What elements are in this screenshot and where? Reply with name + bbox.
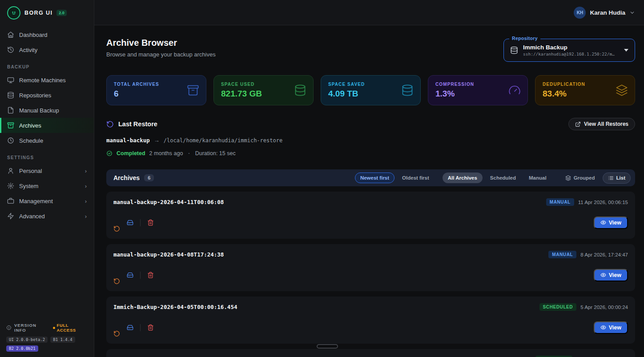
stat-card-space-saved: SPACE SAVED 4.09 TB bbox=[321, 75, 421, 105]
filter-scheduled-button[interactable]: Scheduled bbox=[485, 172, 521, 183]
scroll-handle[interactable] bbox=[317, 344, 338, 349]
gear-icon bbox=[7, 182, 14, 189]
sidebar-item-label: Archives bbox=[19, 122, 41, 129]
sidebar-item-remote-machines[interactable]: Remote Machines bbox=[0, 72, 94, 88]
stat-value: 83.4% bbox=[543, 89, 628, 99]
restore-archive-button[interactable] bbox=[113, 225, 120, 232]
eye-icon bbox=[600, 325, 606, 330]
sidebar-item-label: Manual Backup bbox=[19, 107, 59, 114]
actions-divider bbox=[140, 272, 141, 279]
last-restore-title: Last Restore bbox=[118, 120, 157, 128]
sidebar-item-repositories[interactable]: Repositories bbox=[0, 88, 94, 103]
restore-target-path: /local/home/karanhudia/immich-restore bbox=[164, 137, 282, 144]
chevron-right-icon: › bbox=[85, 198, 87, 204]
clock-icon bbox=[7, 137, 14, 144]
chevron-down-icon bbox=[629, 10, 635, 16]
filter-all-archives-button[interactable]: All Archives bbox=[443, 172, 483, 183]
stat-label: SPACE SAVED bbox=[328, 82, 413, 87]
view-list-button[interactable]: List bbox=[603, 172, 631, 184]
borg-logo-icon bbox=[7, 6, 20, 20]
sidebar-item-management[interactable]: Management › bbox=[0, 193, 94, 209]
stat-value: 6 bbox=[114, 89, 199, 99]
archive-name: manual-backup-2026-04-08T17:24:38 bbox=[113, 251, 224, 258]
nav-section-settings: SETTINGS bbox=[0, 148, 94, 163]
sort-newest-first-button[interactable]: Newest first bbox=[355, 172, 394, 183]
archive-row: Immich-Backup-2026-04-05T00:00:16.454 SC… bbox=[106, 297, 635, 344]
sidebar-item-manual-backup[interactable]: Manual Backup bbox=[0, 103, 94, 118]
zap-icon bbox=[7, 213, 14, 220]
archive-list: manual-backup-2026-04-11T00:06:08 MANUAL… bbox=[106, 192, 635, 357]
archive-icon bbox=[7, 122, 14, 129]
mount-archive-button[interactable] bbox=[127, 272, 133, 278]
delete-archive-button[interactable] bbox=[147, 324, 154, 331]
caret-down-icon bbox=[624, 49, 628, 52]
gauge-icon bbox=[508, 84, 521, 96]
topbar: KH Karan Hudia bbox=[94, 0, 644, 25]
database-icon bbox=[294, 84, 306, 96]
sidebar-item-schedule[interactable]: Schedule bbox=[0, 133, 94, 148]
repository-name: Immich Backup bbox=[523, 44, 616, 51]
archive-name: manual-backup-2026-04-11T00:06:08 bbox=[113, 199, 224, 205]
delete-archive-button[interactable] bbox=[147, 219, 154, 226]
restore-archive-button[interactable] bbox=[113, 330, 120, 337]
manual-badge: MANUAL bbox=[546, 198, 574, 206]
archive-row: manual-backup-2026-04-08T17:24:38 MANUAL… bbox=[106, 244, 635, 291]
view-all-restores-button[interactable]: View All Restores bbox=[568, 118, 635, 130]
home-icon bbox=[7, 31, 14, 38]
main-area: KH Karan Hudia Archive Browser Browse an… bbox=[94, 0, 644, 357]
sidebar-item-activity[interactable]: Activity bbox=[0, 42, 94, 57]
chevron-right-icon: › bbox=[85, 213, 87, 219]
stat-card-deduplication: DEDUPLICATION 83.4% bbox=[535, 75, 635, 105]
chevron-right-icon: › bbox=[85, 168, 87, 174]
arrow-right-icon: → bbox=[154, 137, 160, 144]
stat-value: 821.73 GB bbox=[221, 89, 306, 99]
access-badge: FULL ACCESS bbox=[53, 323, 88, 333]
archives-panel: Archives 6 Newest first Oldest first All… bbox=[106, 169, 635, 357]
layers-icon bbox=[565, 175, 571, 181]
sidebar-item-label: Schedule bbox=[19, 137, 43, 144]
restore-duration: Duration: 15 sec bbox=[195, 150, 236, 156]
mount-archive-button[interactable] bbox=[127, 324, 133, 331]
sidebar-item-advanced[interactable]: Advanced › bbox=[0, 209, 94, 224]
stats-row: TOTAL ARCHIVES 6 SPACE USED 821.73 GB SP… bbox=[106, 75, 635, 105]
history-icon bbox=[7, 46, 14, 53]
database-icon bbox=[7, 92, 14, 99]
sidebar-item-personal[interactable]: Personal › bbox=[0, 163, 94, 178]
external-link-icon bbox=[575, 121, 581, 127]
manual-badge: MANUAL bbox=[548, 251, 576, 258]
user-menu[interactable]: KH Karan Hudia bbox=[574, 7, 635, 19]
restore-time-ago: 2 months ago bbox=[149, 150, 183, 156]
stat-card-total-archives: TOTAL ARCHIVES 6 bbox=[106, 75, 206, 105]
archive-date: 11 Apr 2026, 00:06:15 bbox=[578, 200, 628, 205]
view-archive-button[interactable]: View bbox=[594, 217, 628, 229]
stat-value: 4.09 TB bbox=[328, 89, 413, 99]
ui-version-badge: UI 2.0.0-beta.2 bbox=[6, 337, 48, 343]
b2-version-badge: B2 2.0.0b21 bbox=[6, 345, 38, 352]
view-archive-button[interactable]: View bbox=[594, 321, 628, 334]
layers-icon bbox=[616, 84, 628, 96]
sidebar-item-archives[interactable]: Archives bbox=[0, 118, 94, 133]
database-icon bbox=[510, 46, 518, 54]
delete-archive-button[interactable] bbox=[147, 272, 154, 278]
actions-divider bbox=[140, 219, 141, 226]
sidebar-item-label: Activity bbox=[19, 47, 37, 53]
brand-version-badge: 2.0 bbox=[56, 10, 67, 16]
view-grouped-button[interactable]: Grouped bbox=[560, 172, 600, 184]
sort-oldest-first-button[interactable]: Oldest first bbox=[397, 172, 435, 183]
mount-archive-button[interactable] bbox=[127, 219, 133, 226]
list-icon bbox=[608, 175, 614, 181]
avatar: KH bbox=[574, 7, 586, 19]
view-archive-button[interactable]: View bbox=[594, 269, 628, 281]
access-dot-icon bbox=[53, 327, 55, 329]
sidebar-item-dashboard[interactable]: Dashboard bbox=[0, 27, 94, 42]
restore-archive-button[interactable] bbox=[113, 278, 120, 285]
archive-name: Immich-Backup-2026-04-05T00:00:16.454 bbox=[113, 304, 237, 310]
sidebar: BORG UI 2.0 Dashboard Activity BACKUP bbox=[0, 0, 94, 357]
repository-selector[interactable]: Repository Immich Backup ssh://karanhudi… bbox=[503, 39, 635, 62]
sidebar-item-label: Repositories bbox=[19, 92, 51, 99]
filter-manual-button[interactable]: Manual bbox=[523, 172, 552, 183]
sidebar-item-label: System bbox=[19, 183, 38, 189]
check-circle-icon bbox=[106, 150, 113, 156]
restore-status: Completed bbox=[117, 150, 145, 156]
sidebar-item-system[interactable]: System › bbox=[0, 178, 94, 193]
